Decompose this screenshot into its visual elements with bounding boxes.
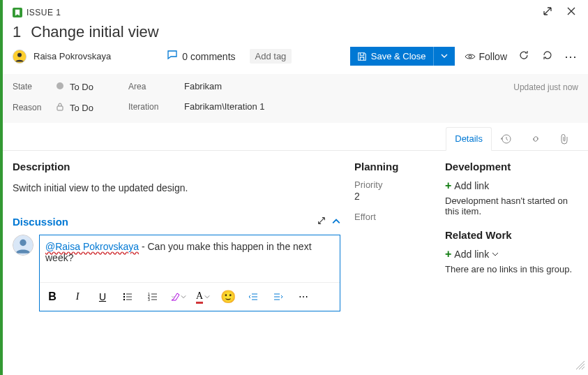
save-icon [357,52,367,61]
related-add-link[interactable]: + Add link [445,248,578,260]
indent-button[interactable] [269,287,288,307]
refresh-icon[interactable] [517,48,531,64]
issue-type-icon [13,8,22,17]
plus-icon: + [445,179,451,192]
expand-icon[interactable] [541,4,555,20]
editor-toolbar: B I U 123 A [40,282,340,311]
comment-avatar [13,235,33,256]
priority-value[interactable]: 2 [354,191,431,202]
svg-point-9 [123,296,125,297]
svg-point-2 [469,55,472,58]
eye-icon [465,51,476,62]
svg-point-8 [123,293,125,295]
related-work-title: Related Work [445,229,578,241]
tab-history-icon[interactable] [492,127,521,150]
bullet-list-button[interactable] [118,287,137,307]
planning-title: Planning [354,161,431,172]
reason-value[interactable]: To Do [70,103,93,113]
outdent-button[interactable] [243,287,263,307]
font-color-button[interactable]: A [193,287,213,307]
updated-label: Updated just now [513,82,578,92]
description-text[interactable]: Switch initial view to the updated desig… [13,179,340,196]
numbered-list-button[interactable]: 123 [143,287,163,307]
save-dropdown-icon[interactable] [433,47,455,66]
discussion-expand-icon[interactable] [317,216,326,228]
save-close-button[interactable]: Save & Close [350,47,455,66]
add-tag-button[interactable]: Add tag [250,49,292,64]
resize-handle-icon[interactable] [575,360,585,372]
bold-button[interactable]: B [43,287,62,307]
area-label: Area [128,82,184,91]
issue-title[interactable]: Change initial view [31,23,158,41]
iteration-value[interactable]: Fabrikam\Iteration 1 [184,101,265,112]
tab-links-icon[interactable] [521,127,550,150]
development-add-link[interactable]: + Add link [445,179,578,192]
svg-point-10 [123,299,125,300]
comments-icon[interactable] [167,50,178,63]
svg-text:3: 3 [148,297,150,302]
follow-button[interactable]: Follow [465,51,507,62]
underline-button[interactable]: U [93,287,112,307]
chevron-down-icon [492,251,499,258]
clear-formatting-button[interactable] [168,287,188,307]
svg-point-1 [17,52,22,57]
state-dot-icon [56,81,64,92]
italic-button[interactable]: I [68,287,87,307]
tab-details[interactable]: Details [446,127,492,151]
more-icon[interactable]: ⋯ [564,49,578,64]
issue-number: 1 [13,23,21,41]
discussion-input[interactable]: @Raisa Pokrovskaya - Can you make this h… [39,235,340,311]
discussion-collapse-icon[interactable] [332,216,340,228]
effort-label: Effort [354,212,431,222]
description-title: Description [13,161,340,172]
iteration-label: Iteration [128,102,184,112]
avatar[interactable] [13,50,27,64]
undo-icon[interactable] [541,48,555,64]
state-value[interactable]: To Do [70,82,93,92]
svg-point-7 [20,240,26,246]
comments-count[interactable]: 0 comments [182,51,235,62]
lock-icon [56,102,64,113]
toolbar-more-button[interactable]: ⋯ [294,287,313,307]
svg-point-3 [56,82,63,89]
mention[interactable]: @Raisa Pokrovskaya [45,241,139,252]
area-value[interactable]: Fabrikam [184,81,222,91]
priority-label: Priority [354,179,431,190]
author-name[interactable]: Raisa Pokrovskaya [33,51,111,61]
development-title: Development [445,161,578,172]
related-info: There are no links in this group. [445,264,578,274]
tab-attachments-icon[interactable] [550,127,578,150]
plus-icon: + [445,248,451,260]
issue-label: ISSUE 1 [27,8,61,17]
svg-rect-4 [57,106,63,110]
reason-label: Reason [13,103,56,112]
state-label: State [13,82,56,91]
development-info: Development hasn't started on this item. [445,196,578,216]
emoji-button[interactable]: 🙂 [218,287,238,307]
discussion-title: Discussion [13,216,68,228]
close-icon[interactable] [564,4,578,20]
